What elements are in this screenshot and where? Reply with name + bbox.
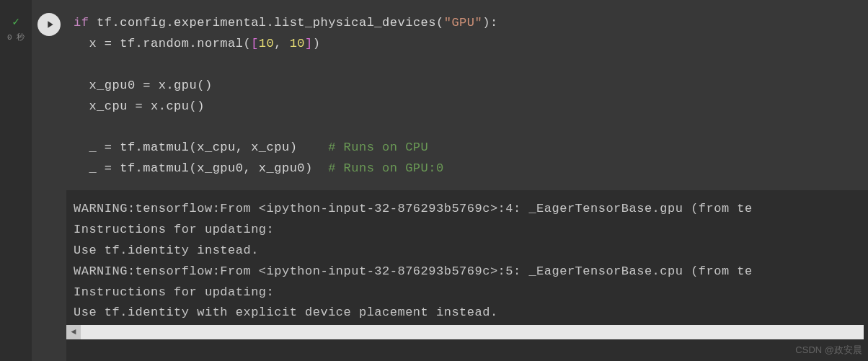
code-line: x_cpu = x.cpu() [74,97,861,117]
scroll-track[interactable] [81,325,864,339]
scroll-left-button[interactable]: ◄ [66,325,81,339]
code-line [74,55,861,76]
play-icon [44,19,56,30]
output-line: Use tf.identity with explicit device pla… [74,303,861,324]
cell-gutter: ✓ 0 秒 [0,0,32,361]
output-line: WARNING:tensorflow:From <ipython-input-3… [74,262,861,282]
code-line: _ = tf.matmul(x_cpu, x_cpu) # Runs on CP… [74,138,861,159]
output-line: Instructions for updating: [74,220,861,241]
watermark: CSDN @政安晨 [795,344,862,357]
code-editor[interactable]: if tf.config.experimental.list_physical_… [66,0,868,191]
run-button-area [32,0,66,361]
code-line [74,117,861,138]
output-line: Use tf.identity instead. [74,241,861,262]
run-cell-button[interactable] [37,13,61,36]
output-line: WARNING:tensorflow:From <ipython-input-3… [74,199,861,220]
code-line: x_gpu0 = x.gpu() [74,76,861,97]
code-line: if tf.config.experimental.list_physical_… [74,13,861,34]
output-line: Instructions for updating: [74,282,861,303]
code-line: x = tf.random.normal([10, 10]) [74,34,861,55]
execution-time: 0 秒 [7,32,25,43]
check-icon: ✓ [12,14,19,29]
horizontal-scrollbar[interactable]: ◄ [66,325,864,339]
code-line: _ = tf.matmul(x_gpu0, x_gpu0) # Runs on … [74,159,861,179]
